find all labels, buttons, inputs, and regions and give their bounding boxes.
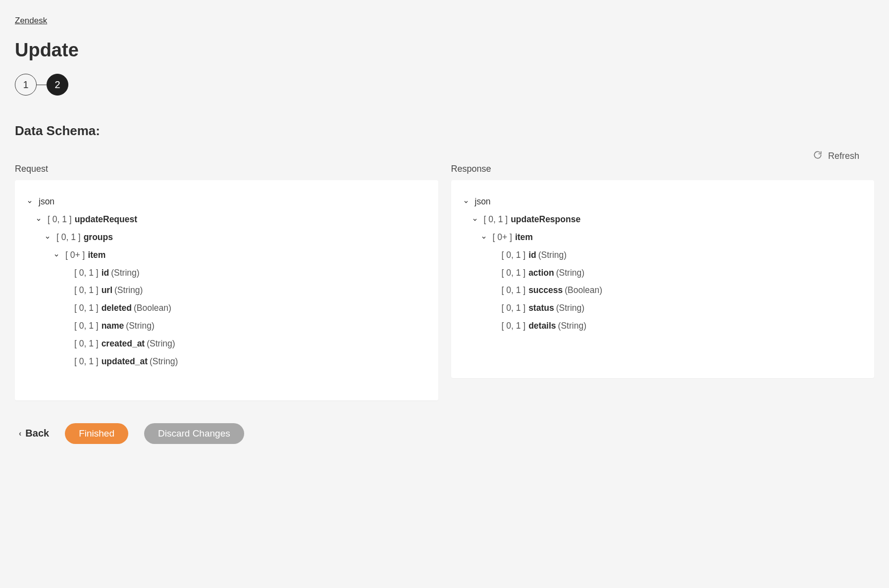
field-type: (String) [556, 264, 584, 282]
tree-label: json [39, 193, 54, 211]
cardinality: [ 0, 1 ] [484, 211, 508, 229]
field-name: groups [84, 229, 113, 246]
refresh-button[interactable]: Refresh [813, 150, 859, 162]
cardinality: [ 0+ ] [65, 246, 85, 264]
tree-label: json [475, 193, 491, 211]
field-name: updateRequest [75, 211, 137, 229]
cardinality: [ 0, 1 ] [74, 299, 99, 317]
request-column: Request json [ 0, 1 ] updateRequest [15, 164, 438, 400]
cardinality: [ 0, 1 ] [502, 264, 526, 282]
field-name: item [515, 229, 533, 246]
tree-leaf-details[interactable]: [ 0, 1 ] details (String) [462, 317, 864, 335]
tree-node-groups[interactable]: [ 0, 1 ] groups [26, 229, 427, 246]
field-name: success [528, 282, 563, 299]
tree-node-item[interactable]: [ 0+ ] item [26, 246, 427, 264]
field-type: (String) [111, 264, 139, 282]
response-label: Response [451, 164, 875, 174]
discard-changes-button[interactable]: Discard Changes [144, 423, 244, 444]
tree-leaf-updated-at[interactable]: [ 0, 1 ] updated_at (String) [26, 353, 427, 371]
field-type: (String) [114, 282, 143, 299]
tree-leaf-deleted[interactable]: [ 0, 1 ] deleted (Boolean) [26, 299, 427, 317]
chevron-down-icon[interactable] [35, 216, 43, 224]
field-type: (String) [126, 317, 154, 335]
request-label: Request [15, 164, 438, 174]
finished-button[interactable]: Finished [65, 423, 128, 444]
field-name: created_at [102, 335, 145, 353]
cardinality: [ 0, 1 ] [502, 299, 526, 317]
cardinality: [ 0, 1 ] [48, 211, 72, 229]
field-name: updateResponse [511, 211, 580, 229]
cardinality: [ 0, 1 ] [74, 264, 99, 282]
cardinality: [ 0, 1 ] [502, 282, 526, 299]
chevron-down-icon[interactable] [52, 251, 60, 259]
stepper: 1 2 [15, 74, 874, 96]
response-panel: json [ 0, 1 ] updateResponse [ 0+ ] item [451, 180, 875, 378]
back-button[interactable]: ‹ Back [19, 428, 49, 439]
step-2[interactable]: 2 [47, 74, 68, 96]
step-connector [37, 85, 47, 85]
field-type: (String) [538, 246, 567, 264]
chevron-down-icon[interactable] [480, 234, 488, 242]
field-name: item [88, 246, 105, 264]
back-label: Back [25, 428, 49, 439]
field-name: url [102, 282, 112, 299]
cardinality: [ 0, 1 ] [74, 335, 99, 353]
tree-leaf-name[interactable]: [ 0, 1 ] name (String) [26, 317, 427, 335]
chevron-down-icon[interactable] [44, 234, 52, 242]
field-type: (Boolean) [565, 282, 602, 299]
tree-node-updateRequest[interactable]: [ 0, 1 ] updateRequest [26, 211, 427, 229]
chevron-down-icon[interactable] [462, 198, 470, 206]
tree-node-updateResponse[interactable]: [ 0, 1 ] updateResponse [462, 211, 864, 229]
field-type: (Boolean) [134, 299, 171, 317]
tree-node-json[interactable]: json [26, 193, 427, 211]
footer-actions: ‹ Back Finished Discard Changes [19, 423, 874, 444]
chevron-down-icon[interactable] [471, 216, 479, 224]
cardinality: [ 0, 1 ] [502, 317, 526, 335]
tree-node-item[interactable]: [ 0+ ] item [462, 229, 864, 246]
page-title: Update [15, 40, 874, 61]
cardinality: [ 0+ ] [493, 229, 512, 246]
request-panel: json [ 0, 1 ] updateRequest [ 0, 1 ] gro… [15, 180, 438, 400]
field-type: (String) [150, 353, 178, 371]
cardinality: [ 0, 1 ] [56, 229, 81, 246]
chevron-down-icon[interactable] [26, 198, 34, 206]
tree-leaf-created-at[interactable]: [ 0, 1 ] created_at (String) [26, 335, 427, 353]
refresh-label: Refresh [828, 151, 859, 161]
field-type: (String) [147, 335, 175, 353]
field-name: status [528, 299, 554, 317]
field-type: (String) [556, 299, 584, 317]
breadcrumb-link[interactable]: Zendesk [15, 16, 47, 25]
response-column: Response json [ 0, 1 ] updateResponse [451, 164, 875, 400]
cardinality: [ 0, 1 ] [74, 353, 99, 371]
step-1[interactable]: 1 [15, 74, 37, 96]
tree-leaf-success[interactable]: [ 0, 1 ] success (Boolean) [462, 282, 864, 299]
tree-node-json[interactable]: json [462, 193, 864, 211]
section-title: Data Schema: [15, 123, 874, 139]
field-name: id [528, 246, 536, 264]
cardinality: [ 0, 1 ] [74, 282, 99, 299]
cardinality: [ 0, 1 ] [74, 317, 99, 335]
tree-leaf-status[interactable]: [ 0, 1 ] status (String) [462, 299, 864, 317]
tree-leaf-id[interactable]: [ 0, 1 ] id (String) [26, 264, 427, 282]
field-name: updated_at [102, 353, 148, 371]
chevron-left-icon: ‹ [19, 429, 21, 438]
field-name: action [528, 264, 554, 282]
tree-leaf-url[interactable]: [ 0, 1 ] url (String) [26, 282, 427, 299]
field-name: name [102, 317, 124, 335]
field-type: (String) [558, 317, 586, 335]
field-name: deleted [102, 299, 132, 317]
tree-leaf-action[interactable]: [ 0, 1 ] action (String) [462, 264, 864, 282]
field-name: id [102, 264, 109, 282]
cardinality: [ 0, 1 ] [502, 246, 526, 264]
field-name: details [528, 317, 556, 335]
refresh-icon [813, 150, 822, 162]
tree-leaf-id[interactable]: [ 0, 1 ] id (String) [462, 246, 864, 264]
